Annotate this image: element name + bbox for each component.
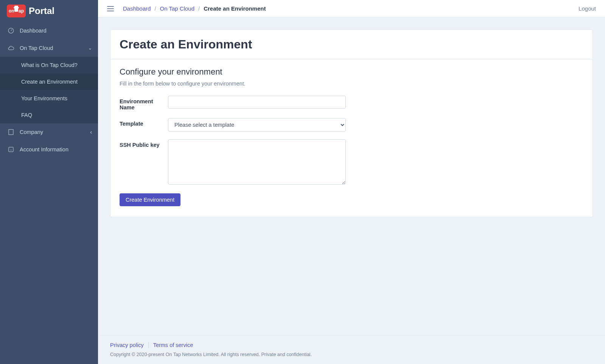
card-body: Configure your environment Fill in the f… xyxy=(110,59,593,217)
ssh-label: SSH Public key xyxy=(120,139,168,148)
breadcrumb-ontap-cloud[interactable]: On Tap Cloud xyxy=(160,5,194,12)
breadcrumb-separator: / xyxy=(154,5,156,12)
form-row-ssh: SSH Public key xyxy=(120,139,583,186)
sidebar-subitem-label: FAQ xyxy=(21,112,32,118)
terms-link[interactable]: Terms of service xyxy=(153,342,193,348)
env-name-label: Environment Name xyxy=(120,96,168,110)
breadcrumb-current: Create an Environment xyxy=(204,5,266,12)
svg-rect-1 xyxy=(9,129,13,135)
template-label: Template xyxy=(120,118,168,127)
sidebar-item-label: On Tap Cloud xyxy=(20,45,53,51)
sidebar: Portal Dashboard On Tap Cloud What is On… xyxy=(0,0,98,364)
sidebar-subitem-whatis[interactable]: What is On Tap Cloud? xyxy=(0,57,98,73)
logo-icon xyxy=(7,5,26,17)
breadcrumb: Dashboard / On Tap Cloud / Create an Env… xyxy=(123,5,266,12)
building-icon xyxy=(8,129,14,135)
breadcrumb-separator: / xyxy=(198,5,200,12)
info-icon xyxy=(8,146,14,153)
sidebar-item-dashboard[interactable]: Dashboard xyxy=(0,22,98,39)
sidebar-item-ontap-cloud[interactable]: On Tap Cloud xyxy=(0,39,98,57)
card-header: Create an Environment xyxy=(110,30,593,59)
card: Create an Environment Configure your env… xyxy=(110,30,593,217)
footer: Privacy policy Terms of service Copyrigh… xyxy=(98,335,605,364)
copyright-text: Copyright © 2020-present On Tap Networks… xyxy=(110,352,593,357)
sidebar-subitem-label: What is On Tap Cloud? xyxy=(21,62,78,68)
topbar-left: Dashboard / On Tap Cloud / Create an Env… xyxy=(107,5,266,12)
footer-divider xyxy=(148,342,149,348)
sidebar-submenu-cloud: What is On Tap Cloud? Create an Environm… xyxy=(0,57,98,123)
form-row-env-name: Environment Name xyxy=(120,96,583,110)
main: Dashboard / On Tap Cloud / Create an Env… xyxy=(98,0,605,364)
section-title: Configure your environment xyxy=(120,67,583,77)
brand-text: Portal xyxy=(29,6,54,16)
menu-toggle-icon[interactable] xyxy=(107,6,114,11)
sidebar-subitem-label: Create an Environment xyxy=(21,79,78,85)
topbar: Dashboard / On Tap Cloud / Create an Env… xyxy=(98,0,605,17)
sidebar-item-label: Account Information xyxy=(20,146,68,152)
dashboard-icon xyxy=(8,27,14,34)
content: Create an Environment Configure your env… xyxy=(98,17,605,335)
sidebar-subitem-label: Your Environments xyxy=(21,95,67,101)
sidebar-subitem-create-env[interactable]: Create an Environment xyxy=(0,73,98,90)
logout-link[interactable]: Logout xyxy=(579,5,596,12)
sidebar-item-label: Dashboard xyxy=(20,28,47,34)
sidebar-subitem-your-envs[interactable]: Your Environments xyxy=(0,90,98,107)
form-row-template: Template Please select a template xyxy=(120,118,583,132)
page-title: Create an Environment xyxy=(120,37,583,51)
sidebar-subitem-faq[interactable]: FAQ xyxy=(0,107,98,123)
sidebar-nav: Dashboard On Tap Cloud What is On Tap Cl… xyxy=(0,22,98,364)
env-name-input[interactable] xyxy=(168,96,346,109)
footer-links: Privacy policy Terms of service xyxy=(110,342,593,348)
privacy-policy-link[interactable]: Privacy policy xyxy=(110,342,144,348)
ssh-textarea[interactable] xyxy=(168,139,346,185)
template-select[interactable]: Please select a template xyxy=(168,118,346,132)
sidebar-item-label: Company xyxy=(20,129,43,135)
brand[interactable]: Portal xyxy=(0,0,98,22)
sidebar-item-company[interactable]: Company xyxy=(0,123,98,141)
create-environment-button[interactable]: Create Environment xyxy=(120,193,180,206)
section-description: Fill in the form below to configure your… xyxy=(120,81,583,87)
sidebar-item-account[interactable]: Account Information xyxy=(0,141,98,158)
breadcrumb-dashboard[interactable]: Dashboard xyxy=(123,5,151,12)
cloud-icon xyxy=(8,45,14,51)
